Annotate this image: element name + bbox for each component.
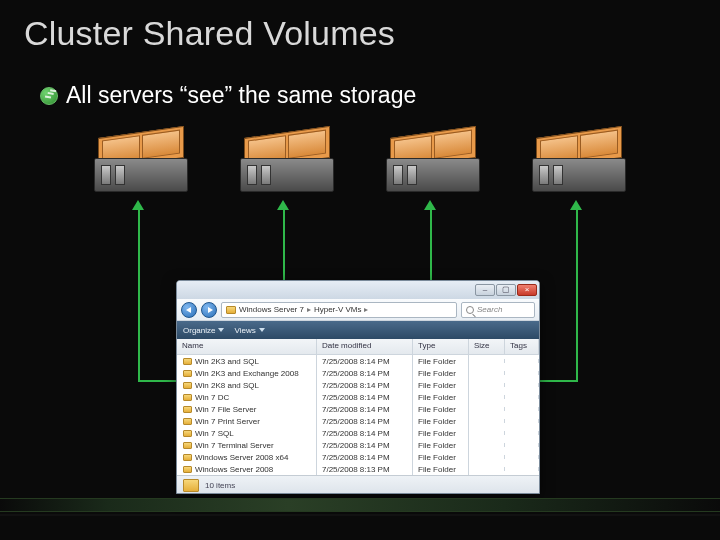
breadcrumb-segment[interactable]: Windows Server 7 (239, 305, 304, 314)
connector-arrow (576, 210, 578, 380)
folder-icon (183, 430, 192, 437)
file-name: Win 7 SQL (195, 429, 234, 438)
folder-icon (183, 370, 192, 377)
file-name: Windows Server 2008 x64 (195, 453, 288, 462)
table-row[interactable]: Windows Server 20087/25/2008 8:13 PMFile… (177, 463, 539, 475)
folder-icon (183, 358, 192, 365)
arrow-up-icon (424, 200, 436, 210)
file-name: Win 7 Print Server (195, 417, 260, 426)
column-header-name[interactable]: Name (177, 339, 317, 354)
table-row[interactable]: Win 2K8 and SQL7/25/2008 8:14 PMFile Fol… (177, 379, 539, 391)
file-list: Win 2K3 and SQL7/25/2008 8:14 PMFile Fol… (177, 355, 539, 475)
chevron-down-icon (218, 328, 224, 332)
connector-arrow (283, 210, 285, 282)
folder-icon (183, 394, 192, 401)
file-date: 7/25/2008 8:13 PM (317, 463, 413, 476)
column-header-tags[interactable]: Tags (505, 339, 539, 354)
file-name: Win 2K8 and SQL (195, 381, 259, 390)
bullet-text: All servers “see” the same storage (66, 82, 416, 109)
column-headers: Name Date modified Type Size Tags (177, 339, 539, 355)
connector-line (138, 380, 176, 382)
breadcrumb[interactable]: Windows Server 7 ▸ Hyper-V VMs ▸ (221, 302, 457, 318)
search-icon (466, 306, 474, 314)
folder-icon (226, 306, 236, 314)
chevron-right-icon: ▸ (364, 305, 368, 314)
column-header-type[interactable]: Type (413, 339, 469, 354)
minimize-button[interactable]: – (475, 284, 495, 296)
server-node (382, 132, 484, 200)
table-row[interactable]: Win 2K3 and Exchange 20087/25/2008 8:14 … (177, 367, 539, 379)
file-type: File Folder (413, 463, 469, 476)
file-name: Win 2K3 and Exchange 2008 (195, 369, 299, 378)
nav-back-button[interactable] (181, 302, 197, 318)
table-row[interactable]: Windows Server 2008 x647/25/2008 8:14 PM… (177, 451, 539, 463)
status-text: 10 items (205, 481, 235, 490)
status-bar: 10 items (177, 475, 539, 494)
server-node (528, 132, 630, 200)
window-titlebar: – ▢ × (177, 281, 539, 299)
decorative-footer (0, 514, 720, 516)
decorative-footer (0, 498, 720, 512)
table-row[interactable]: Win 7 DC7/25/2008 8:14 PMFile Folder (177, 391, 539, 403)
server-node (90, 132, 192, 200)
folder-icon (183, 406, 192, 413)
folder-icon (183, 454, 192, 461)
connector-arrow (430, 210, 432, 282)
file-name: Win 2K3 and SQL (195, 357, 259, 366)
slide-title: Cluster Shared Volumes (24, 14, 395, 53)
breadcrumb-segment[interactable]: Hyper-V VMs (314, 305, 362, 314)
file-name: Win 7 File Server (195, 405, 256, 414)
file-name: Win 7 DC (195, 393, 229, 402)
folder-icon (183, 479, 199, 492)
chevron-right-icon: ▸ (307, 305, 311, 314)
column-header-size[interactable]: Size (469, 339, 505, 354)
views-label: Views (234, 326, 255, 335)
folder-icon (183, 418, 192, 425)
organize-label: Organize (183, 326, 215, 335)
explorer-window: – ▢ × Windows Server 7 ▸ Hyper-V VMs ▸ S… (176, 280, 540, 494)
search-placeholder: Search (477, 305, 502, 314)
search-input[interactable]: Search (461, 302, 535, 318)
folder-icon (183, 442, 192, 449)
arrow-up-icon (132, 200, 144, 210)
chevron-down-icon (259, 328, 265, 332)
table-row[interactable]: Win 7 SQL7/25/2008 8:14 PMFile Folder (177, 427, 539, 439)
close-button[interactable]: × (517, 284, 537, 296)
organize-menu[interactable]: Organize (183, 326, 224, 335)
table-row[interactable]: Win 7 Print Server7/25/2008 8:14 PMFile … (177, 415, 539, 427)
explorer-toolbar: Organize Views (177, 321, 539, 339)
file-name: Win 7 Terminal Server (195, 441, 274, 450)
table-row[interactable]: Win 2K3 and SQL7/25/2008 8:14 PMFile Fol… (177, 355, 539, 367)
maximize-button[interactable]: ▢ (496, 284, 516, 296)
file-name: Windows Server 2008 (195, 465, 273, 474)
folder-icon (183, 382, 192, 389)
bullet-row: All servers “see” the same storage (40, 82, 416, 109)
arrow-up-icon (570, 200, 582, 210)
nav-forward-button[interactable] (201, 302, 217, 318)
views-menu[interactable]: Views (234, 326, 264, 335)
folder-icon (183, 466, 192, 473)
table-row[interactable]: Win 7 Terminal Server7/25/2008 8:14 PMFi… (177, 439, 539, 451)
connector-arrow (138, 210, 140, 380)
arrow-up-icon (277, 200, 289, 210)
address-bar: Windows Server 7 ▸ Hyper-V VMs ▸ Search (177, 299, 539, 321)
table-row[interactable]: Win 7 File Server7/25/2008 8:14 PMFile F… (177, 403, 539, 415)
server-row (90, 132, 630, 200)
column-header-date[interactable]: Date modified (317, 339, 413, 354)
bullet-icon (40, 87, 58, 105)
server-node (236, 132, 338, 200)
connector-line (540, 380, 578, 382)
